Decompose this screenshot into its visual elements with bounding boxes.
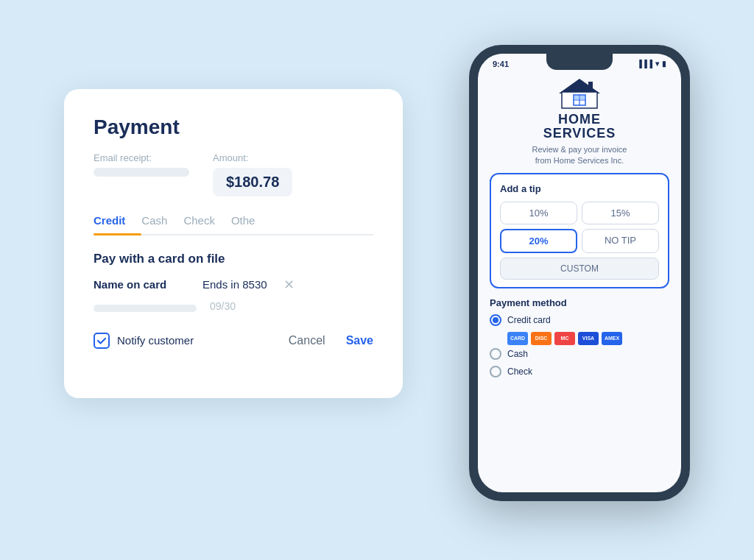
card-icons-row: CARD DISC MC VISA AMEX bbox=[507, 332, 669, 345]
tab-other[interactable]: Othe bbox=[231, 207, 272, 234]
pay-section-title: Pay with a card on file bbox=[94, 252, 373, 266]
svg-rect-6 bbox=[574, 96, 579, 99]
pm-check[interactable]: Check bbox=[490, 366, 669, 378]
phone-frame: 9:41 ▐▐▐ ▾ ▮ bbox=[469, 45, 690, 501]
card-icon-discover: DISC bbox=[531, 332, 552, 345]
card-name-label: Name on card bbox=[94, 278, 189, 291]
payment-tabs: Credit Cash Check Othe bbox=[94, 207, 373, 235]
cancel-button[interactable]: Cancel bbox=[289, 334, 325, 347]
phone-notch bbox=[546, 54, 613, 70]
brand-header: HOMESERVICES Review & pay your invoicefr… bbox=[490, 68, 669, 173]
notify-label: Notify customer bbox=[117, 334, 194, 347]
svg-rect-7 bbox=[580, 96, 585, 99]
card-icon-visa: VISA bbox=[578, 332, 599, 345]
pm-cash-label: Cash bbox=[507, 349, 528, 359]
pm-title: Payment method bbox=[490, 297, 669, 308]
house-logo bbox=[490, 77, 669, 110]
tip-section: Add a tip 10% 15% 20% NO TIP CUSTOM bbox=[490, 173, 669, 288]
radio-credit[interactable] bbox=[490, 314, 501, 326]
radio-credit-inner bbox=[493, 317, 498, 323]
payment-method-section: Payment method Credit card CARD DISC MC … bbox=[490, 297, 669, 383]
phone-content: HOMESERVICES Review & pay your invoicefr… bbox=[478, 68, 681, 492]
card-name-row: Name on card Ends in 8530 ✕ bbox=[94, 277, 373, 293]
signal-icon: ▐▐▐ bbox=[637, 60, 652, 68]
tip-notip[interactable]: NO TIP bbox=[582, 229, 659, 253]
tip-15[interactable]: 15% bbox=[582, 202, 659, 224]
brand-tagline: Review & pay your invoicefrom Home Servi… bbox=[490, 144, 669, 167]
pm-credit-label: Credit card bbox=[507, 315, 551, 325]
tab-check[interactable]: Check bbox=[183, 207, 231, 234]
card-icon-generic: CARD bbox=[507, 332, 528, 345]
brand-name: HOMESERVICES bbox=[490, 113, 669, 142]
email-label: Email receipt: bbox=[94, 152, 189, 163]
pm-cash[interactable]: Cash bbox=[490, 348, 669, 360]
tip-title: Add a tip bbox=[500, 183, 659, 194]
tab-credit[interactable]: Credit bbox=[94, 207, 141, 234]
notify-checkbox[interactable] bbox=[94, 333, 110, 349]
payment-title: Payment bbox=[94, 116, 373, 139]
svg-marker-0 bbox=[559, 79, 600, 93]
payment-card: Payment Email receipt: Amount: $180.78 C… bbox=[64, 89, 403, 398]
pm-credit-card[interactable]: Credit card bbox=[490, 314, 669, 326]
name-input-mock bbox=[94, 305, 197, 312]
svg-rect-1 bbox=[588, 82, 593, 91]
wifi-icon: ▾ bbox=[655, 60, 659, 68]
close-icon[interactable]: ✕ bbox=[283, 277, 295, 293]
battery-icon: ▮ bbox=[662, 60, 666, 68]
card-icon-mastercard: MC bbox=[554, 332, 575, 345]
tip-20[interactable]: 20% bbox=[500, 229, 577, 253]
amount-label: Amount: bbox=[213, 152, 292, 163]
expiry-value: 09/30 bbox=[210, 300, 236, 312]
email-input-mock bbox=[94, 168, 189, 177]
notify-row: Notify customer Cancel Save bbox=[94, 333, 373, 349]
tip-custom[interactable]: CUSTOM bbox=[500, 258, 659, 280]
tab-cash[interactable]: Cash bbox=[141, 207, 183, 234]
save-button[interactable]: Save bbox=[346, 334, 373, 347]
status-time: 9:41 bbox=[493, 60, 509, 68]
card-icon-amex: AMEX bbox=[602, 332, 622, 345]
radio-check[interactable] bbox=[490, 366, 501, 378]
radio-cash[interactable] bbox=[490, 348, 501, 360]
amount-value: $180.78 bbox=[213, 168, 292, 196]
tip-grid: 10% 15% 20% NO TIP CUSTOM bbox=[500, 202, 659, 280]
tip-10[interactable]: 10% bbox=[500, 202, 577, 224]
pm-check-label: Check bbox=[507, 366, 532, 377]
card-ends-value: Ends in 8530 bbox=[202, 278, 267, 291]
phone-inner: 9:41 ▐▐▐ ▾ ▮ bbox=[478, 54, 681, 492]
status-icons: ▐▐▐ ▾ ▮ bbox=[637, 60, 666, 68]
